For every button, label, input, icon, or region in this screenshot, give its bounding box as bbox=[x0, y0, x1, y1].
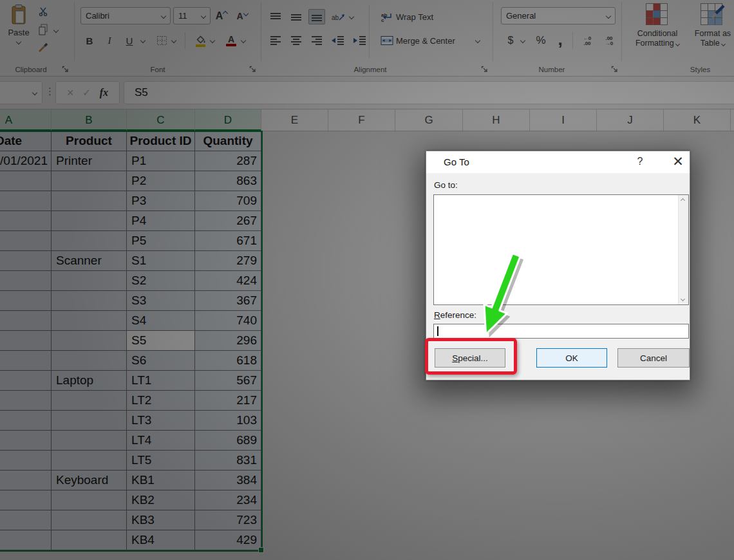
borders-button[interactable] bbox=[155, 33, 169, 48]
format-painter-button[interactable] bbox=[36, 41, 50, 54]
cell-A13[interactable] bbox=[0, 371, 52, 391]
cell-B17[interactable] bbox=[52, 451, 127, 471]
cell-C7[interactable]: S1 bbox=[127, 251, 195, 271]
font-size-combo[interactable]: 11 bbox=[173, 7, 211, 24]
cell-D7[interactable]: 279 bbox=[195, 251, 261, 271]
cell-D8[interactable]: 424 bbox=[195, 271, 261, 291]
cut-button[interactable] bbox=[36, 5, 50, 18]
cell-D21[interactable]: 429 bbox=[195, 530, 261, 550]
cell-D2[interactable]: 287 bbox=[195, 151, 261, 171]
cell-D9[interactable]: 367 bbox=[195, 291, 261, 311]
cell-A19[interactable] bbox=[0, 490, 52, 510]
comma-style-button[interactable]: , bbox=[553, 31, 567, 48]
orientation-button[interactable]: ab bbox=[329, 9, 347, 24]
number-dialog-launcher-icon[interactable] bbox=[611, 64, 619, 72]
cell-D12[interactable]: 618 bbox=[195, 351, 261, 371]
cell-D16[interactable]: 689 bbox=[195, 431, 261, 451]
column-header-B[interactable]: B bbox=[52, 109, 127, 131]
cell-A18[interactable] bbox=[0, 471, 52, 490]
copy-button[interactable] bbox=[36, 23, 50, 36]
cell-C19[interactable]: KB2 bbox=[127, 490, 195, 510]
reference-input[interactable] bbox=[433, 324, 689, 339]
header-cell-product[interactable]: Product bbox=[52, 131, 127, 151]
font-name-combo[interactable]: Calibri bbox=[80, 7, 171, 24]
cell-A12[interactable] bbox=[0, 351, 52, 371]
dialog-help-button[interactable]: ? bbox=[632, 156, 648, 167]
column-header-D[interactable]: D bbox=[195, 109, 261, 131]
percent-style-button[interactable]: % bbox=[532, 32, 549, 49]
cell-C3[interactable]: P2 bbox=[127, 171, 195, 191]
cell-B13[interactable]: Laptop bbox=[52, 371, 127, 391]
cell-C13[interactable]: LT1 bbox=[127, 371, 195, 391]
formula-input[interactable]: S5 bbox=[124, 81, 734, 104]
cell-C11-active[interactable]: S5 bbox=[127, 331, 195, 351]
fill-color-button[interactable] bbox=[193, 32, 208, 49]
cell-D4[interactable]: 709 bbox=[195, 191, 261, 211]
cell-B12[interactable] bbox=[52, 351, 127, 371]
column-header-K[interactable]: K bbox=[664, 109, 731, 131]
cell-B7[interactable]: Scanner bbox=[52, 251, 127, 271]
font-color-dropdown-icon[interactable] bbox=[241, 38, 246, 43]
column-header-F[interactable]: F bbox=[328, 109, 395, 131]
cell-C9[interactable]: S3 bbox=[127, 291, 195, 311]
cell-A20[interactable] bbox=[0, 510, 52, 530]
special-button[interactable]: Special... bbox=[435, 348, 505, 368]
cell-C12[interactable]: S6 bbox=[127, 351, 195, 371]
ok-button[interactable]: OK bbox=[536, 348, 607, 368]
cell-C18[interactable]: KB1 bbox=[127, 471, 195, 490]
cell-C16[interactable]: LT4 bbox=[127, 431, 195, 451]
column-header-H[interactable]: H bbox=[463, 109, 530, 131]
decrease-decimal-button[interactable]: .00 →0 bbox=[599, 32, 619, 50]
cell-C8[interactable]: S2 bbox=[127, 271, 195, 291]
header-cell-date[interactable]: Date bbox=[0, 131, 52, 151]
cell-B6[interactable] bbox=[52, 231, 127, 251]
underline-button[interactable]: U bbox=[122, 32, 137, 49]
accounting-dropdown-icon[interactable] bbox=[520, 38, 525, 43]
cell-D5[interactable]: 267 bbox=[195, 211, 261, 231]
dialog-close-icon[interactable]: ✕ bbox=[668, 154, 688, 169]
cell-D19[interactable]: 234 bbox=[195, 490, 261, 510]
scroll-up-icon[interactable] bbox=[681, 198, 685, 203]
cell-C21[interactable]: KB4 bbox=[127, 530, 195, 550]
grow-font-button[interactable]: A bbox=[213, 8, 230, 24]
cell-A16[interactable] bbox=[0, 431, 52, 451]
cancel-entry-icon[interactable]: × bbox=[67, 86, 74, 100]
cell-B19[interactable] bbox=[52, 490, 127, 510]
bold-button[interactable]: B bbox=[82, 32, 97, 49]
paste-dropdown-icon[interactable] bbox=[16, 39, 21, 44]
column-header-partial[interactable] bbox=[731, 109, 734, 131]
formula-bar-grip-icon[interactable]: ⋮ bbox=[45, 86, 55, 97]
clipboard-dialog-launcher-icon[interactable] bbox=[62, 64, 70, 72]
conditional-formatting-button[interactable]: Conditional Formatting bbox=[628, 3, 687, 48]
cell-A10[interactable] bbox=[0, 311, 52, 331]
cell-A5[interactable] bbox=[0, 211, 52, 231]
borders-dropdown-icon[interactable] bbox=[171, 38, 176, 43]
cell-D6[interactable]: 671 bbox=[195, 231, 261, 251]
cell-A15[interactable] bbox=[0, 411, 52, 431]
column-header-J[interactable]: J bbox=[597, 109, 664, 131]
cell-C14[interactable]: LT2 bbox=[127, 391, 195, 411]
alignment-dialog-launcher-icon[interactable] bbox=[481, 64, 489, 72]
cell-B10[interactable] bbox=[52, 311, 127, 331]
align-left-button[interactable] bbox=[267, 32, 284, 49]
cell-C17[interactable]: LT5 bbox=[127, 451, 195, 471]
column-header-E[interactable]: E bbox=[261, 109, 328, 131]
cell-B18[interactable]: Keyboard bbox=[52, 471, 127, 490]
name-box[interactable] bbox=[0, 81, 42, 104]
cell-A14[interactable] bbox=[0, 391, 52, 411]
goto-listbox[interactable] bbox=[433, 194, 689, 305]
cell-C6[interactable]: P5 bbox=[127, 231, 195, 251]
cell-D18[interactable]: 384 bbox=[195, 471, 261, 490]
shrink-font-button[interactable]: A bbox=[234, 8, 250, 24]
wrap-text-button[interactable]: ab c bbox=[379, 9, 395, 24]
cell-B14[interactable] bbox=[52, 391, 127, 411]
cell-D14[interactable]: 217 bbox=[195, 391, 261, 411]
copy-dropdown-icon[interactable] bbox=[53, 28, 59, 33]
cell-B4[interactable] bbox=[52, 191, 127, 211]
column-header-A[interactable]: A bbox=[0, 109, 52, 131]
cell-A6[interactable] bbox=[0, 231, 52, 251]
cell-C5[interactable]: P4 bbox=[127, 211, 195, 231]
number-format-combo[interactable]: General bbox=[501, 7, 616, 24]
cell-A2[interactable]: 01/01/2021 bbox=[0, 151, 52, 171]
paste-button[interactable]: Paste bbox=[4, 4, 33, 44]
